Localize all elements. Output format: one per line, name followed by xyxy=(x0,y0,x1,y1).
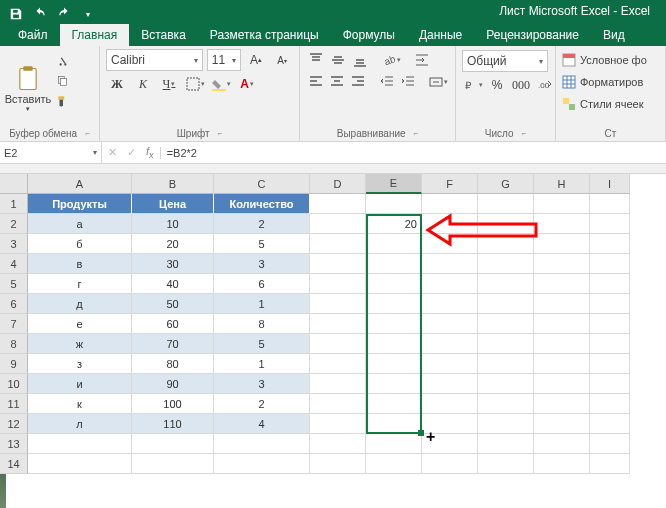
col-header-D[interactable]: D xyxy=(310,174,366,194)
format-painter-icon[interactable] xyxy=(52,92,74,110)
cell-I7[interactable] xyxy=(590,314,630,334)
cell-C3[interactable]: 5 xyxy=(214,234,310,254)
cell-A4[interactable]: в xyxy=(28,254,132,274)
comma-format-icon[interactable]: 000 xyxy=(510,74,532,96)
cell-C11[interactable]: 2 xyxy=(214,394,310,414)
tab-home[interactable]: Главная xyxy=(60,24,130,46)
cell-C8[interactable]: 5 xyxy=(214,334,310,354)
cell-D6[interactable] xyxy=(310,294,366,314)
spreadsheet-grid[interactable]: 1234567891011121314 ABCDEFGHI + Продукты… xyxy=(0,174,666,474)
format-as-table-button[interactable]: Форматиров xyxy=(562,72,659,92)
font-name-combo[interactable]: Calibri▾ xyxy=(106,49,203,71)
cell-G12[interactable] xyxy=(478,414,534,434)
name-box[interactable]: E2 ▾ xyxy=(0,142,102,164)
cell-I5[interactable] xyxy=(590,274,630,294)
row-header-11[interactable]: 11 xyxy=(0,394,28,414)
copy-icon[interactable] xyxy=(52,72,74,90)
cell-I12[interactable] xyxy=(590,414,630,434)
cell-E7[interactable] xyxy=(366,314,422,334)
col-header-H[interactable]: H xyxy=(534,174,590,194)
percent-format-icon[interactable]: % xyxy=(486,74,508,96)
underline-button[interactable]: Ч xyxy=(158,73,180,95)
cell-B1[interactable]: Цена xyxy=(132,194,214,214)
cell-styles-button[interactable]: Стили ячеек xyxy=(562,94,659,114)
cell-H2[interactable] xyxy=(534,214,590,234)
row-header-2[interactable]: 2 xyxy=(0,214,28,234)
cell-H10[interactable] xyxy=(534,374,590,394)
cell-B2[interactable]: 10 xyxy=(132,214,214,234)
cell-F11[interactable] xyxy=(422,394,478,414)
cell-D14[interactable] xyxy=(310,454,366,474)
col-header-C[interactable]: C xyxy=(214,174,310,194)
col-header-F[interactable]: F xyxy=(422,174,478,194)
cell-E3[interactable] xyxy=(366,234,422,254)
cell-A1[interactable]: Продукты xyxy=(28,194,132,214)
bold-button[interactable]: Ж xyxy=(106,73,128,95)
cell-A9[interactable]: з xyxy=(28,354,132,374)
cell-H12[interactable] xyxy=(534,414,590,434)
cell-H9[interactable] xyxy=(534,354,590,374)
cell-B10[interactable]: 90 xyxy=(132,374,214,394)
align-top-icon[interactable] xyxy=(306,50,326,70)
row-header-7[interactable]: 7 xyxy=(0,314,28,334)
col-header-B[interactable]: B xyxy=(132,174,214,194)
cell-C7[interactable]: 8 xyxy=(214,314,310,334)
row-header-1[interactable]: 1 xyxy=(0,194,28,214)
cell-A10[interactable]: и xyxy=(28,374,132,394)
font-color-button[interactable]: A xyxy=(236,73,258,95)
formula-bar[interactable]: =B2*2 xyxy=(160,147,666,159)
row-header-4[interactable]: 4 xyxy=(0,254,28,274)
cell-F4[interactable] xyxy=(422,254,478,274)
cell-D1[interactable] xyxy=(310,194,366,214)
cell-H11[interactable] xyxy=(534,394,590,414)
cell-G2[interactable] xyxy=(478,214,534,234)
italic-button[interactable]: К xyxy=(132,73,154,95)
cell-I8[interactable] xyxy=(590,334,630,354)
select-all-corner[interactable] xyxy=(0,174,28,194)
increase-font-icon[interactable]: A▴ xyxy=(245,49,267,71)
cell-F8[interactable] xyxy=(422,334,478,354)
align-right-icon[interactable] xyxy=(348,72,367,92)
cell-G5[interactable] xyxy=(478,274,534,294)
cell-B14[interactable] xyxy=(132,454,214,474)
col-header-E[interactable]: E xyxy=(366,174,422,194)
cell-E6[interactable] xyxy=(366,294,422,314)
cell-E13[interactable] xyxy=(366,434,422,454)
cell-A12[interactable]: л xyxy=(28,414,132,434)
cell-E11[interactable] xyxy=(366,394,422,414)
cell-C9[interactable]: 1 xyxy=(214,354,310,374)
cell-F14[interactable] xyxy=(422,454,478,474)
cell-A14[interactable] xyxy=(28,454,132,474)
cell-B7[interactable]: 60 xyxy=(132,314,214,334)
cell-A13[interactable] xyxy=(28,434,132,454)
increase-decimal-icon[interactable]: .00 xyxy=(534,74,556,96)
align-middle-icon[interactable] xyxy=(328,50,348,70)
col-header-G[interactable]: G xyxy=(478,174,534,194)
cell-B9[interactable]: 80 xyxy=(132,354,214,374)
cell-D7[interactable] xyxy=(310,314,366,334)
cell-H13[interactable] xyxy=(534,434,590,454)
cell-E4[interactable] xyxy=(366,254,422,274)
cell-E12[interactable] xyxy=(366,414,422,434)
tab-review[interactable]: Рецензирование xyxy=(474,24,591,46)
tab-data[interactable]: Данные xyxy=(407,24,474,46)
cell-C5[interactable]: 6 xyxy=(214,274,310,294)
merge-center-icon[interactable] xyxy=(427,72,449,92)
cell-E2[interactable]: 20 xyxy=(366,214,422,234)
cell-B3[interactable]: 20 xyxy=(132,234,214,254)
cell-F5[interactable] xyxy=(422,274,478,294)
cell-I4[interactable] xyxy=(590,254,630,274)
cell-D13[interactable] xyxy=(310,434,366,454)
cell-I14[interactable] xyxy=(590,454,630,474)
cell-I3[interactable] xyxy=(590,234,630,254)
border-button[interactable] xyxy=(184,73,206,95)
row-header-9[interactable]: 9 xyxy=(0,354,28,374)
cell-H8[interactable] xyxy=(534,334,590,354)
cut-icon[interactable] xyxy=(52,52,74,70)
tab-layout[interactable]: Разметка страницы xyxy=(198,24,331,46)
cell-F9[interactable] xyxy=(422,354,478,374)
cell-I11[interactable] xyxy=(590,394,630,414)
cell-C4[interactable]: 3 xyxy=(214,254,310,274)
cell-A3[interactable]: б xyxy=(28,234,132,254)
row-header-6[interactable]: 6 xyxy=(0,294,28,314)
